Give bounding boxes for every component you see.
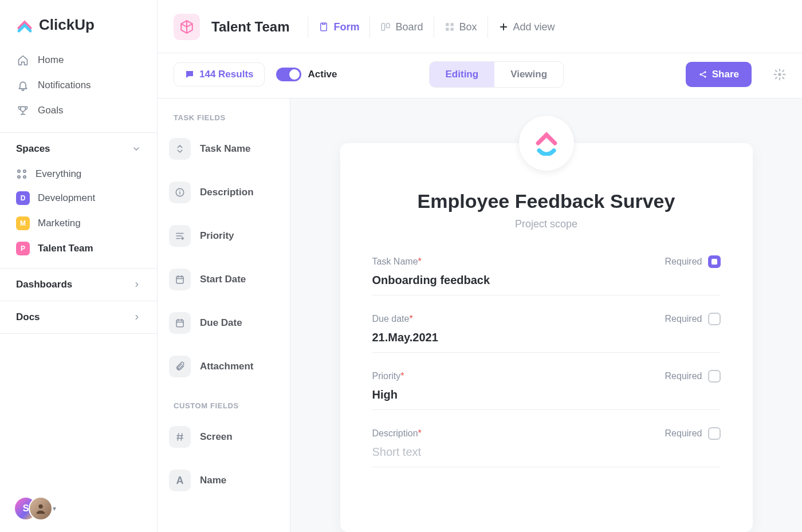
required-label: Required <box>665 428 702 439</box>
view-tab-add[interactable]: Add view <box>488 17 565 38</box>
field-attachment[interactable]: Attachment <box>158 349 290 384</box>
space-marketing[interactable]: M Marketing <box>9 211 148 236</box>
svg-point-11 <box>778 73 781 76</box>
space-talent-team[interactable]: P Talent Team <box>9 236 148 261</box>
field-label: Description <box>200 187 254 198</box>
caret-down-icon: ▾ <box>53 505 56 513</box>
clickup-icon <box>16 17 33 34</box>
sidebar: ClickUp Home Notifications Goals Spaces <box>0 0 158 532</box>
mode-editing[interactable]: Editing <box>430 62 495 87</box>
nav-goals-label: Goals <box>38 105 63 116</box>
nav-notifications[interactable]: Notifications <box>9 73 148 98</box>
field-priority[interactable]: Priority <box>158 218 290 254</box>
form-title[interactable]: Employee Feedback Survey <box>372 190 721 212</box>
clickup-icon <box>534 131 559 156</box>
field-screen[interactable]: Screen <box>158 419 290 455</box>
form-field-priority[interactable]: Priority* Required High <box>372 370 721 410</box>
page-title: Talent Team <box>211 19 289 35</box>
topbar: Talent Team Form Board Box Add view <box>158 0 802 53</box>
home-icon <box>17 54 29 66</box>
field-description[interactable]: Description <box>158 175 290 210</box>
form-field-label: Priority* <box>372 371 404 381</box>
plus-icon <box>498 22 509 32</box>
view-tab-board[interactable]: Board <box>369 17 433 38</box>
field-start-date[interactable]: Start Date <box>158 262 290 297</box>
main: Talent Team Form Board Box Add view <box>158 0 802 532</box>
nav-home-label: Home <box>38 54 64 66</box>
form-field-due-date[interactable]: Due date* Required 21.May.2021 <box>372 313 721 353</box>
subbar: 144 Results Active Editing Viewing Share <box>158 53 802 98</box>
space-label: Development <box>38 192 95 204</box>
mode-segment: Editing Viewing <box>429 61 564 88</box>
field-due-date[interactable]: Due Date <box>158 305 290 341</box>
avatar-stack: S <box>14 496 49 521</box>
form-field-description[interactable]: Description* Required Short text <box>372 427 721 467</box>
expand-icon <box>169 138 191 160</box>
field-name[interactable]: A Name <box>158 463 290 498</box>
nav-notifications-label: Notifications <box>38 80 91 91</box>
required-checkbox[interactable] <box>708 313 721 325</box>
svg-point-0 <box>38 505 42 509</box>
bell-icon <box>17 80 29 91</box>
form-field-value[interactable]: 21.May.2021 <box>372 331 721 353</box>
required-label: Required <box>665 371 702 381</box>
hash-icon <box>169 426 191 448</box>
field-task-name[interactable]: Task Name <box>158 131 290 167</box>
attachment-icon <box>169 356 191 377</box>
svg-rect-4 <box>446 23 449 26</box>
view-tab-form[interactable]: Form <box>308 17 369 38</box>
view-tabs: Form Board Box Add view <box>308 17 565 38</box>
required-checkbox[interactable] <box>708 427 721 440</box>
results-button[interactable]: 144 Results <box>174 62 265 86</box>
required-label: Required <box>665 314 702 324</box>
cube-icon <box>179 19 194 34</box>
custom-fields-heading: CUSTOM FIELDS <box>158 401 290 419</box>
nav-docs-label: Docs <box>16 312 40 323</box>
nav-goals[interactable]: Goals <box>9 98 148 123</box>
gear-icon[interactable] <box>773 68 786 81</box>
user-menu[interactable]: S ▾ <box>14 496 56 521</box>
nav-home[interactable]: Home <box>9 48 148 73</box>
form-field-value[interactable]: High <box>372 388 721 410</box>
form-field-value[interactable]: Onboarding feedback <box>372 274 721 295</box>
active-toggle: Active <box>276 68 337 81</box>
results-label: 144 Results <box>199 69 254 80</box>
nav-dashboards-label: Dashboards <box>16 279 72 290</box>
fields-panel: TASK FIELDS Task Name Description Priori… <box>158 98 290 532</box>
space-development[interactable]: D Development <box>9 186 148 211</box>
form-field-task-name[interactable]: Task Name* Required Onboarding feedback <box>372 255 721 295</box>
svg-rect-7 <box>450 28 453 31</box>
chevron-right-icon <box>133 281 141 289</box>
calendar-icon <box>169 312 191 334</box>
view-tab-label: Box <box>459 21 477 33</box>
form-field-label: Description* <box>372 428 422 439</box>
required-checkbox[interactable] <box>708 370 721 383</box>
form-field-placeholder[interactable]: Short text <box>372 446 721 467</box>
form-logo[interactable] <box>519 116 574 171</box>
share-button[interactable]: Share <box>686 62 752 87</box>
view-tab-label: Form <box>333 21 359 33</box>
form-icon <box>319 22 329 32</box>
person-icon <box>34 502 47 515</box>
form-subtitle[interactable]: Project scope <box>372 218 721 230</box>
svg-rect-14 <box>176 320 183 327</box>
required-checkbox[interactable] <box>708 255 721 268</box>
brand-logo[interactable]: ClickUp <box>0 0 157 48</box>
svg-rect-5 <box>450 23 453 26</box>
space-everything[interactable]: Everything <box>9 163 148 186</box>
field-label: Name <box>200 475 226 486</box>
nav-docs[interactable]: Docs <box>0 301 157 333</box>
mode-viewing[interactable]: Viewing <box>494 62 563 87</box>
form-field-label: Due date* <box>372 314 413 324</box>
spaces-header[interactable]: Spaces <box>0 133 157 163</box>
svg-rect-2 <box>382 23 385 30</box>
space-badge: D <box>16 191 30 205</box>
view-tab-box[interactable]: Box <box>434 17 488 38</box>
space-badge: P <box>16 242 30 255</box>
active-switch[interactable] <box>276 68 301 81</box>
nav-dashboards[interactable]: Dashboards <box>0 269 157 301</box>
svg-rect-13 <box>176 277 183 283</box>
space-icon <box>174 14 200 40</box>
svg-rect-3 <box>387 23 390 28</box>
calendar-icon <box>169 269 191 290</box>
